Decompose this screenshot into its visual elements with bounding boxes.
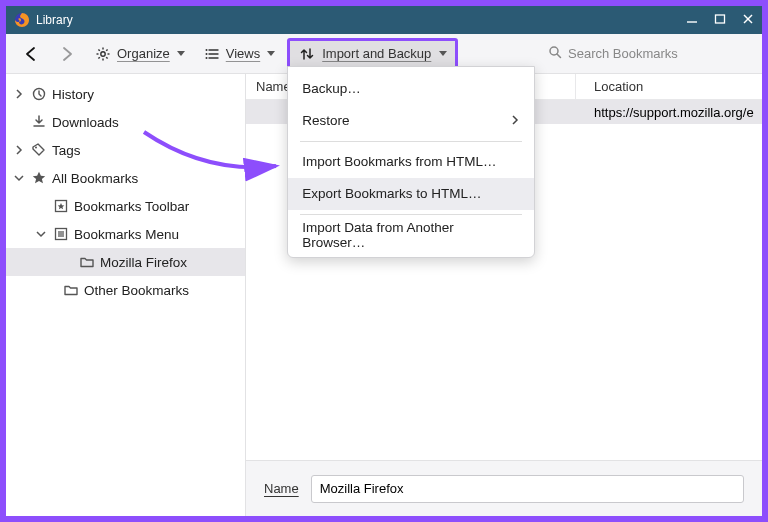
minimize-button[interactable] — [686, 13, 698, 28]
forward-button[interactable] — [52, 41, 82, 67]
svg-line-21 — [557, 54, 561, 58]
svg-line-13 — [98, 57, 99, 58]
firefox-icon — [14, 12, 30, 28]
bookmark-star-icon — [52, 197, 70, 215]
details-bar: Name — [246, 460, 762, 516]
svg-point-18 — [205, 53, 207, 55]
svg-point-17 — [205, 49, 207, 51]
svg-point-5 — [101, 51, 105, 55]
library-window: Library Organize Views Import a — [3, 3, 765, 519]
sidebar-item-mozilla-firefox[interactable]: Mozilla Firefox — [6, 248, 245, 276]
column-location[interactable]: Location — [576, 74, 762, 99]
tag-icon — [30, 141, 48, 159]
list-icon — [52, 225, 70, 243]
organize-label: Organize — [117, 46, 170, 61]
svg-point-19 — [205, 57, 207, 59]
import-backup-button[interactable]: Import and Backup — [287, 38, 458, 70]
import-backup-menu: Backup… Restore Import Bookmarks from HT… — [287, 66, 535, 258]
views-button[interactable]: Views — [197, 41, 281, 67]
details-name-label: Name — [264, 481, 299, 496]
sidebar: History Downloads Tags All Bookmarks Boo — [6, 74, 246, 516]
search-placeholder: Search Bookmarks — [568, 46, 678, 61]
download-icon — [30, 113, 48, 131]
clock-icon — [30, 85, 48, 103]
menu-item-import-browser[interactable]: Import Data from Another Browser… — [288, 219, 534, 251]
svg-line-11 — [106, 57, 107, 58]
views-label: Views — [226, 46, 260, 61]
menu-item-backup[interactable]: Backup… — [288, 73, 534, 105]
titlebar: Library — [6, 6, 762, 34]
gear-icon — [94, 45, 112, 63]
maximize-button[interactable] — [714, 13, 726, 28]
menu-separator — [300, 141, 522, 142]
menu-item-restore[interactable]: Restore — [288, 105, 534, 137]
svg-line-12 — [106, 49, 107, 50]
import-export-icon — [298, 45, 316, 63]
row-location: https://support.mozilla.org/e — [576, 105, 762, 120]
star-icon — [30, 169, 48, 187]
chevron-right-icon — [510, 113, 520, 128]
search-icon — [548, 45, 562, 62]
sidebar-item-downloads[interactable]: Downloads — [6, 108, 245, 136]
window-title: Library — [36, 13, 73, 27]
svg-line-10 — [98, 49, 99, 50]
back-button[interactable] — [16, 41, 46, 67]
search-input[interactable]: Search Bookmarks — [542, 41, 752, 66]
folder-icon — [62, 281, 80, 299]
svg-rect-2 — [716, 15, 725, 23]
chevron-down-icon — [177, 51, 185, 56]
sidebar-item-other-bookmarks[interactable]: Other Bookmarks — [6, 276, 245, 304]
chevron-down-icon — [267, 51, 275, 56]
folder-icon — [78, 253, 96, 271]
menu-item-import-html[interactable]: Import Bookmarks from HTML… — [288, 146, 534, 178]
list-icon — [203, 45, 221, 63]
menu-item-export-html[interactable]: Export Bookmarks to HTML… — [288, 178, 534, 210]
close-button[interactable] — [742, 13, 754, 28]
sidebar-item-history[interactable]: History — [6, 80, 245, 108]
import-backup-label: Import and Backup — [322, 46, 431, 61]
chevron-right-icon — [12, 87, 26, 101]
svg-point-23 — [35, 147, 37, 149]
toolbar: Organize Views Import and Backup Backup…… — [6, 34, 762, 74]
chevron-right-icon — [12, 143, 26, 157]
chevron-down-icon — [12, 171, 26, 185]
sidebar-item-all-bookmarks[interactable]: All Bookmarks — [6, 164, 245, 192]
organize-button[interactable]: Organize — [88, 41, 191, 67]
sidebar-item-bookmarks-menu[interactable]: Bookmarks Menu — [6, 220, 245, 248]
menu-separator — [300, 214, 522, 215]
details-name-input[interactable] — [311, 475, 744, 503]
chevron-down-icon — [34, 227, 48, 241]
chevron-down-icon — [439, 51, 447, 56]
sidebar-item-tags[interactable]: Tags — [6, 136, 245, 164]
sidebar-item-bookmarks-toolbar[interactable]: Bookmarks Toolbar — [6, 192, 245, 220]
